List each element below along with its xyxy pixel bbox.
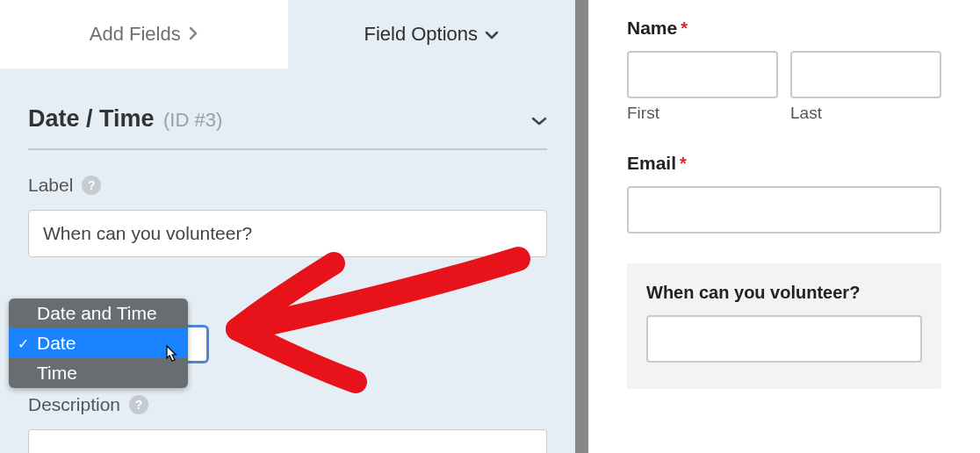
format-select-edge [188, 325, 209, 363]
option-label: Date and Time [37, 303, 157, 323]
tab-add-fields[interactable]: Add Fields [0, 0, 288, 68]
volunteer-date-input[interactable] [646, 315, 922, 363]
chevron-down-icon [485, 23, 499, 46]
field-options-panel: Add Fields Field Options Date / Time (ID… [0, 0, 575, 453]
dropdown-option-date-and-time[interactable]: Date and Time [9, 298, 188, 328]
last-name-input[interactable] [790, 51, 941, 98]
label-text: Description [28, 394, 120, 415]
section-title: Date / Time [28, 105, 155, 132]
required-star-icon: * [681, 18, 688, 39]
dropdown-option-date[interactable]: ✓ Date [9, 328, 188, 358]
description-input[interactable] [28, 429, 547, 453]
required-star-icon: * [680, 154, 687, 174]
chevron-right-icon [188, 23, 198, 46]
tab-label: Add Fields [90, 23, 181, 46]
tab-label: Field Options [364, 23, 478, 46]
label-text: When can you volunteer? [646, 283, 860, 303]
panel-divider[interactable] [575, 0, 588, 453]
dropdown-option-time[interactable]: Time [9, 358, 188, 388]
help-icon[interactable]: ? [82, 176, 101, 195]
panel-tabs: Add Fields Field Options [0, 0, 575, 68]
section-header[interactable]: Date / Time (ID #3) [28, 84, 547, 150]
chevron-down-icon[interactable] [531, 109, 547, 132]
last-sublabel: Last [790, 104, 941, 123]
format-dropdown[interactable]: Date and Time ✓ Date Time [9, 298, 188, 388]
label-field-group: Label ? [28, 175, 547, 257]
preview-question-label: When can you volunteer? [646, 283, 922, 303]
field-settings-section: Date / Time (ID #3) Label ? Format ? [0, 68, 575, 453]
help-icon[interactable]: ? [129, 395, 148, 414]
label-text: Label [28, 175, 73, 196]
preview-email-field: Email * [627, 153, 941, 234]
check-icon: ✓ [18, 335, 29, 352]
label-input[interactable] [28, 210, 547, 257]
preview-volunteer-field[interactable]: When can you volunteer? [627, 263, 941, 389]
option-label: Date [37, 333, 76, 353]
tab-field-options[interactable]: Field Options [288, 0, 576, 68]
preview-name-label: Name * [627, 18, 941, 39]
label-field-label: Label ? [28, 175, 547, 196]
label-text: Name [627, 18, 677, 39]
preview-email-label: Email * [627, 153, 941, 174]
preview-name-field: Name * First Last [627, 18, 941, 123]
first-sublabel: First [627, 104, 778, 123]
section-id: (ID #3) [163, 109, 222, 131]
label-text: Email [627, 153, 676, 174]
email-input[interactable] [627, 186, 941, 234]
option-label: Time [37, 363, 77, 383]
description-field-label: Description ? [28, 394, 547, 415]
description-field-group: Description ? [28, 394, 547, 453]
first-name-input[interactable] [627, 51, 778, 98]
form-preview-panel: Name * First Last Email * When can you v… [588, 0, 980, 453]
